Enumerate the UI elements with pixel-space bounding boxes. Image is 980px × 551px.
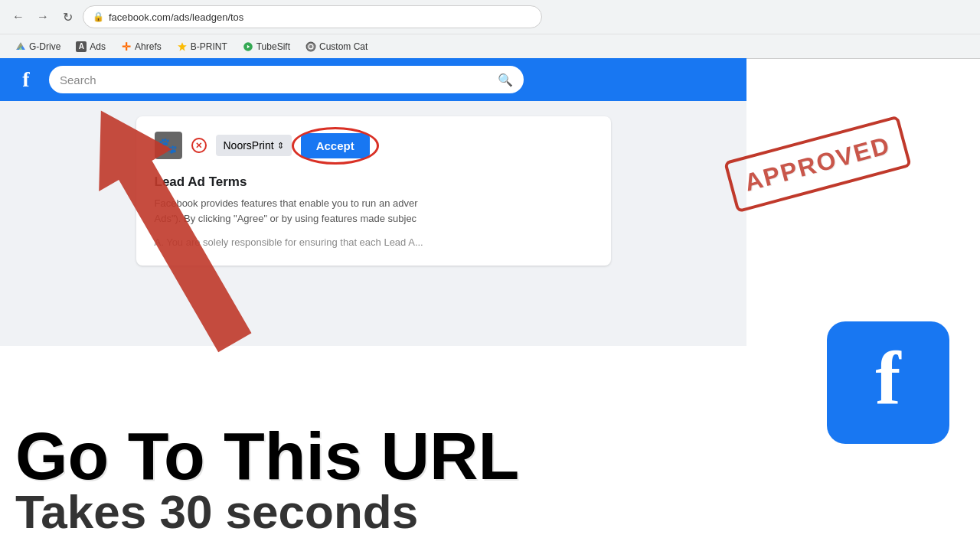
forward-button[interactable]: → bbox=[34, 8, 52, 26]
bookmark-ads-label: Ads bbox=[90, 41, 106, 52]
customcat-icon bbox=[305, 41, 316, 52]
page-selector-dropdown[interactable]: NoorsPrint ⇕ bbox=[216, 135, 292, 156]
facebook-logo: f bbox=[12, 66, 40, 93]
approved-inner: APPROVED bbox=[724, 116, 911, 214]
page-name: NoorsPrint bbox=[224, 139, 274, 152]
refresh-button[interactable]: ↻ bbox=[58, 8, 77, 26]
facebook-header: f Search 🔍 bbox=[0, 58, 746, 101]
bookmarks-bar: G-Drive A Ads ✛ Ahrefs B-PRINT TubeSift bbox=[0, 34, 980, 58]
lead-ad-text-line3: A. You are solely responsible for ensuri… bbox=[155, 235, 593, 250]
bprint-icon bbox=[177, 41, 188, 52]
page-avatar: 🐾 bbox=[155, 132, 182, 159]
main-title: Go To This URL bbox=[15, 424, 812, 488]
bookmark-tubesift[interactable]: TubeSift bbox=[237, 39, 296, 54]
fb-f-letter: f bbox=[22, 67, 29, 92]
lock-icon: 🔒 bbox=[93, 11, 104, 22]
bookmark-tubesift-label: TubeSift bbox=[256, 41, 290, 52]
bookmark-customcat[interactable]: Custom Cat bbox=[299, 39, 374, 54]
bookmark-customcat-label: Custom Cat bbox=[319, 41, 368, 52]
page-selector-arrow: ⇕ bbox=[277, 141, 284, 151]
page-selector-row: 🐾 ✕ NoorsPrint ⇕ Accept bbox=[155, 132, 593, 159]
svg-point-3 bbox=[306, 42, 315, 51]
bottom-text-area: Go To This URL Takes 30 seconds bbox=[15, 424, 812, 536]
browser-chrome: ← → ↻ 🔒 facebook.com/ads/leadgen/tos G-D… bbox=[0, 0, 980, 59]
url-text: facebook.com/ads/leadgen/tos bbox=[109, 11, 243, 23]
approved-text: APPROVED bbox=[742, 131, 894, 197]
bookmark-bprint[interactable]: B-PRINT bbox=[171, 39, 234, 54]
bookmark-gdrive[interactable]: G-Drive bbox=[9, 39, 67, 54]
bookmark-ahrefs-label: Ahrefs bbox=[135, 41, 162, 52]
remove-page-icon[interactable]: ✕ bbox=[191, 138, 207, 153]
search-placeholder: Search bbox=[60, 73, 492, 86]
approved-stamp: APPROVED bbox=[727, 138, 880, 230]
nav-bar: ← → ↻ 🔒 facebook.com/ads/leadgen/tos bbox=[0, 0, 980, 34]
lead-ad-box: 🐾 ✕ NoorsPrint ⇕ Accept Lead Ad Terms Fa… bbox=[136, 116, 611, 266]
search-icon: 🔍 bbox=[498, 73, 513, 87]
bookmark-ahrefs[interactable]: ✛ Ahrefs bbox=[115, 39, 168, 54]
facebook-logo-big: f bbox=[827, 321, 949, 444]
gdrive-icon bbox=[15, 41, 26, 52]
ads-icon: A bbox=[76, 41, 87, 52]
subtitle: Takes 30 seconds bbox=[15, 488, 812, 536]
fb-f-big: f bbox=[875, 341, 900, 425]
facebook-window: f Search 🔍 🐾 ✕ NoorsPrint ⇕ Accept bbox=[0, 58, 746, 349]
back-button[interactable]: ← bbox=[9, 8, 28, 26]
accept-button-wrapper: Accept bbox=[301, 133, 370, 158]
bookmark-gdrive-label: G-Drive bbox=[29, 41, 60, 52]
lead-ad-text-line2: Ads"). By clicking "Agree" or by using f… bbox=[155, 213, 417, 224]
search-bar[interactable]: Search 🔍 bbox=[49, 66, 524, 93]
ahrefs-icon: ✛ bbox=[121, 41, 132, 52]
accept-button[interactable]: Accept bbox=[301, 133, 370, 158]
lead-ad-text-line1: Facebook provides features that enable y… bbox=[155, 197, 418, 209]
tubesift-icon bbox=[243, 41, 253, 52]
svg-marker-0 bbox=[178, 42, 187, 51]
bookmark-ads[interactable]: A Ads bbox=[70, 39, 112, 54]
lead-ad-title: Lead Ad Terms bbox=[155, 174, 593, 190]
address-bar[interactable]: 🔒 facebook.com/ads/leadgen/tos bbox=[83, 5, 542, 28]
lead-ad-text: Facebook provides features that enable y… bbox=[155, 196, 593, 226]
bookmark-bprint-label: B-PRINT bbox=[191, 41, 227, 52]
facebook-main: 🐾 ✕ NoorsPrint ⇕ Accept Lead Ad Terms Fa… bbox=[0, 101, 746, 346]
